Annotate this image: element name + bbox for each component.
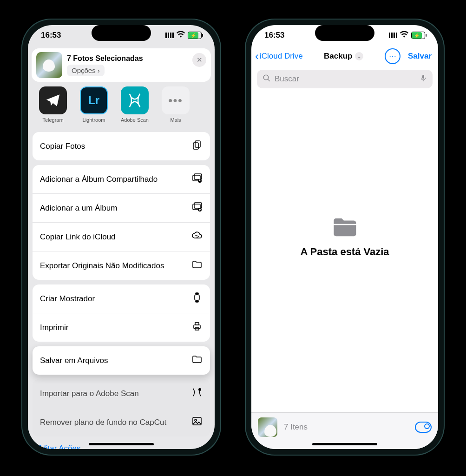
search-icon [263, 74, 271, 85]
phone-share-sheet: 16:53 ⚡ 7 Fotos Selecionadas Opções › [21, 19, 221, 456]
options-label: Opções [72, 66, 96, 74]
action-group: Criar Mostrador Imprimir [33, 284, 210, 342]
photo-thumbnail[interactable] [36, 52, 62, 78]
action-label: Adicionar a Álbum Compartilhado [40, 175, 158, 184]
share-app-adobe-scan[interactable]: Adobe Scan [120, 86, 150, 123]
action-add-shared-album[interactable]: Adicionar a Álbum Compartilhado [33, 165, 210, 194]
svg-rect-9 [195, 295, 199, 300]
action-export-originals[interactable]: Exportar Originais Não Modificados [33, 251, 210, 280]
back-label: iCloud Drive [260, 52, 303, 61]
action-label: Criar Mostrador [40, 294, 95, 304]
adobe-scan-icon [121, 86, 149, 114]
lightroom-icon: Lr [80, 86, 108, 114]
share-apps-row: Telegram Lr Lightroom Adobe Scan ••• Mai… [28, 82, 215, 127]
more-menu-button[interactable]: ⋯ [385, 48, 400, 64]
app-label: Mais [170, 117, 181, 123]
item-thumbnail[interactable] [258, 417, 277, 437]
printer-icon [191, 321, 203, 334]
folder-title[interactable]: Backup ⌄ [324, 52, 363, 61]
svg-rect-13 [195, 323, 199, 325]
search-placeholder: Buscar [275, 74, 416, 84]
action-copy-photos[interactable]: Copiar Fotos [33, 132, 210, 160]
action-group: Adicionar a Álbum Compartilhado Adiciona… [33, 165, 210, 280]
empty-title: A Pasta está Vazia [300, 246, 389, 258]
icloud-link-icon [191, 230, 203, 244]
action-label: Copiar Fotos [40, 142, 85, 151]
svg-rect-1 [193, 143, 198, 149]
folder-icon [191, 259, 203, 272]
svg-point-17 [195, 419, 197, 421]
save-button[interactable]: Salvar [408, 52, 432, 61]
status-time: 16:53 [264, 31, 284, 40]
share-sheet-title: 7 Fotos Selecionadas [67, 54, 143, 63]
home-indicator[interactable] [312, 443, 377, 445]
action-group: Importar para o Adobe Scan Remover plano… [33, 379, 210, 436]
chevron-right-icon: › [98, 66, 100, 74]
adobe-import-icon [191, 387, 203, 400]
action-create-watchface[interactable]: Criar Mostrador [33, 284, 210, 313]
items-count: 7 Itens [284, 423, 408, 432]
options-button[interactable]: Opções › [67, 65, 105, 76]
telegram-icon [39, 86, 67, 114]
svg-point-15 [198, 388, 201, 391]
action-remove-bg-capcut[interactable]: Remover plano de fundo no CapCut [33, 408, 210, 436]
add-album-icon [191, 201, 203, 215]
share-app-more[interactable]: ••• Mais [161, 86, 190, 123]
svg-point-18 [263, 75, 269, 80]
app-label: Lightroom [83, 117, 105, 123]
action-label: Exportar Originais Não Modificados [40, 261, 164, 271]
action-label: Imprimir [40, 323, 68, 332]
action-group-highlighted: Salvar em Arquivos [33, 346, 210, 375]
status-time: 16:53 [41, 31, 61, 40]
svg-rect-11 [196, 301, 198, 302]
close-icon: ✕ [197, 56, 203, 64]
image-icon [191, 416, 203, 429]
action-print[interactable]: Imprimir [33, 313, 210, 342]
share-app-telegram[interactable]: Telegram [38, 86, 68, 123]
shared-album-icon [191, 172, 203, 186]
action-copy-icloud-link[interactable]: Copiar Link do iCloud [33, 223, 210, 251]
search-input[interactable]: Buscar [257, 70, 433, 88]
files-nav-bar: ‹ iCloud Drive Backup ⌄ ⋯ Salvar [251, 45, 438, 67]
copy-icon [191, 139, 203, 153]
island-peek-text: pp [361, 25, 368, 33]
action-group: Copiar Fotos [33, 132, 210, 160]
watch-icon [191, 292, 203, 305]
svg-rect-19 [422, 75, 424, 79]
svg-point-5 [199, 179, 201, 181]
dynamic-island [92, 25, 151, 41]
svg-rect-0 [195, 141, 200, 147]
folder-icon [330, 216, 360, 238]
wifi-icon [400, 31, 408, 40]
signal-icon [165, 33, 174, 38]
action-label: Importar para o Adobe Scan [40, 389, 139, 398]
chevron-left-icon: ‹ [255, 50, 259, 63]
home-indicator[interactable] [89, 443, 154, 445]
app-label: Adobe Scan [121, 117, 149, 123]
phone-files-picker: pp 16:53 ⚡ ‹ iCloud Drive Backup ⌄ [245, 19, 445, 456]
chevron-down-icon: ⌄ [355, 52, 363, 60]
svg-rect-16 [193, 417, 201, 425]
action-label: Adicionar a um Álbum [40, 204, 117, 213]
action-label: Remover plano de fundo no CapCut [40, 418, 166, 427]
ellipsis-icon: ⋯ [389, 52, 396, 61]
action-label: Copiar Link do iCloud [40, 232, 116, 242]
mic-icon[interactable] [420, 73, 427, 85]
share-app-lightroom[interactable]: Lr Lightroom [79, 86, 109, 123]
action-save-to-files[interactable]: Salvar em Arquivos [33, 346, 210, 375]
empty-folder-state: A Pasta está Vazia [300, 216, 389, 258]
title-label: Backup [324, 52, 352, 61]
app-label: Telegram [42, 117, 63, 123]
folder-icon [191, 354, 203, 367]
wifi-icon [177, 31, 185, 40]
back-button[interactable]: ‹ iCloud Drive [255, 50, 303, 63]
action-add-album[interactable]: Adicionar a um Álbum [33, 194, 210, 223]
svg-rect-10 [196, 293, 198, 294]
preview-toggle[interactable] [415, 422, 432, 433]
battery-icon: ⚡ [411, 32, 425, 39]
more-icon: ••• [162, 86, 190, 114]
share-sheet-header: 7 Fotos Selecionadas Opções › ✕ [32, 48, 211, 82]
close-button[interactable]: ✕ [192, 53, 206, 67]
action-import-adobe-scan[interactable]: Importar para o Adobe Scan [33, 379, 210, 408]
action-label: Salvar em Arquivos [40, 356, 108, 365]
